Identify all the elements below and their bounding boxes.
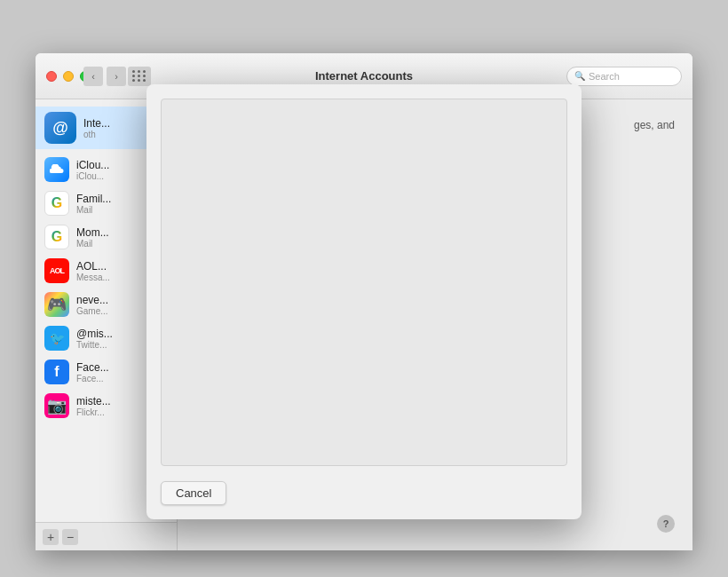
search-icon: 🔍	[574, 71, 585, 81]
close-button[interactable]	[46, 71, 57, 82]
add-account-button[interactable]: +	[43, 529, 59, 545]
icloud-icon	[44, 157, 69, 182]
grid-view-button[interactable]	[128, 67, 151, 86]
minimize-button[interactable]	[63, 71, 74, 82]
google-icon-family: G	[44, 191, 69, 216]
icloud-text: iClou... iClou...	[76, 159, 109, 181]
family-text: Famil... Mail	[76, 193, 111, 215]
back-button[interactable]: ‹	[83, 67, 103, 86]
main-description: ges, and	[634, 117, 675, 133]
remove-account-button[interactable]: −	[62, 529, 78, 545]
twitter-text: @mis... Twitte...	[76, 328, 113, 350]
header-subtitle: oth	[83, 130, 110, 139]
aol-icon: AOL	[44, 258, 69, 283]
search-box[interactable]: 🔍 Search	[566, 67, 682, 86]
game-text: neve... Game...	[76, 294, 108, 316]
sidebar-footer: + −	[36, 522, 177, 550]
cancel-button[interactable]: Cancel	[161, 481, 226, 505]
twitter-icon: 🐦	[44, 326, 69, 351]
modal-body	[161, 99, 567, 466]
modal-footer: Cancel	[146, 466, 582, 519]
window-title: Internet Accounts	[315, 69, 413, 83]
search-placeholder: Search	[589, 71, 620, 82]
header-name: Inte...	[83, 117, 110, 130]
flickr-icon: 📷	[44, 393, 69, 418]
nav-buttons: ‹ ›	[83, 67, 126, 86]
facebook-text: Face... Face...	[76, 361, 109, 383]
modal-dialog: Cancel	[146, 84, 582, 519]
gamecenter-icon: 🎮	[44, 292, 69, 317]
header-text: Inte... oth	[83, 117, 110, 139]
facebook-icon: f	[44, 360, 69, 384]
mom-text: Mom... Mail	[76, 226, 109, 249]
at-sign-icon: @	[44, 112, 76, 144]
forward-button[interactable]: ›	[107, 67, 126, 86]
flickr-text: miste... Flickr...	[76, 395, 111, 417]
aol-text: AOL... Messa...	[76, 260, 110, 282]
google-icon-mom: G	[44, 225, 69, 249]
help-button[interactable]: ?	[657, 515, 675, 533]
